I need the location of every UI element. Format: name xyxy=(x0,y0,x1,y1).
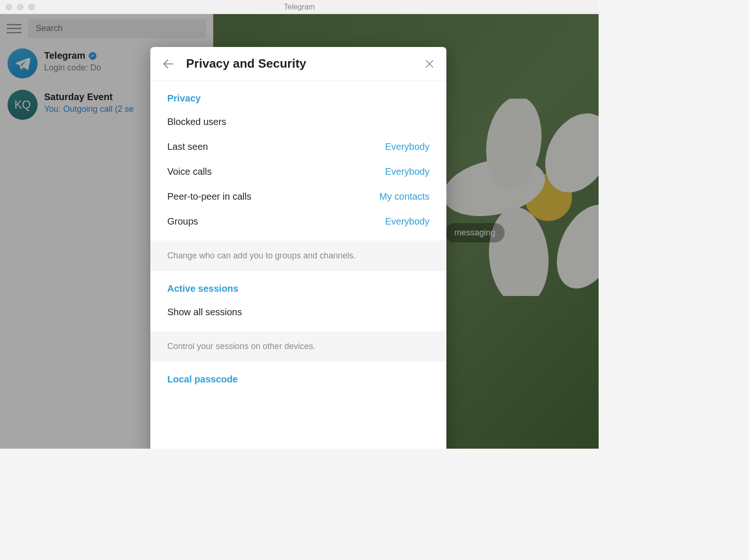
traffic-light-close[interactable] xyxy=(6,4,12,10)
row-voice-calls[interactable]: Voice calls Everybody xyxy=(150,159,446,184)
traffic-light-zoom[interactable] xyxy=(28,4,35,10)
row-value: Everybody xyxy=(385,166,430,177)
row-label: Show all sessions xyxy=(167,307,242,318)
traffic-light-minimize[interactable] xyxy=(17,4,23,10)
section-heading: Local passcode xyxy=(150,371,446,390)
window-title: Telegram xyxy=(284,3,315,11)
row-value: Everybody xyxy=(385,216,430,227)
modal-body: Privacy Blocked users Last seen Everybod… xyxy=(150,81,446,449)
section-footer: Change who can add you to groups and cha… xyxy=(150,241,446,271)
row-last-seen[interactable]: Last seen Everybody xyxy=(150,134,446,159)
row-show-all-sessions[interactable]: Show all sessions xyxy=(150,300,446,325)
section-heading: Active sessions xyxy=(150,280,446,300)
row-label: Peer-to-peer in calls xyxy=(167,191,251,202)
modal-title: Privacy and Security xyxy=(186,56,413,71)
section-local-passcode: Local passcode xyxy=(150,362,446,397)
row-blocked-users[interactable]: Blocked users xyxy=(150,109,446,134)
settings-modal: Privacy and Security Privacy Blocked use… xyxy=(150,47,446,449)
modal-header: Privacy and Security xyxy=(150,47,446,81)
row-value: Everybody xyxy=(385,141,430,152)
section-footer: Control your sessions on other devices. xyxy=(150,331,446,362)
row-label: Groups xyxy=(167,216,198,227)
row-label: Last seen xyxy=(167,141,208,152)
row-value: My contacts xyxy=(379,191,429,202)
row-groups[interactable]: Groups Everybody xyxy=(150,209,446,234)
row-peer-to-peer[interactable]: Peer-to-peer in calls My contacts xyxy=(150,184,446,209)
close-icon[interactable] xyxy=(424,58,435,70)
row-label: Blocked users xyxy=(167,117,226,127)
row-label: Voice calls xyxy=(167,166,212,177)
titlebar: Telegram xyxy=(0,0,599,14)
section-heading: Privacy xyxy=(150,90,446,109)
back-arrow-icon[interactable] xyxy=(162,57,175,70)
traffic-lights xyxy=(6,4,35,10)
section-active-sessions: Active sessions Show all sessions xyxy=(150,271,446,331)
section-privacy: Privacy Blocked users Last seen Everybod… xyxy=(150,81,446,241)
